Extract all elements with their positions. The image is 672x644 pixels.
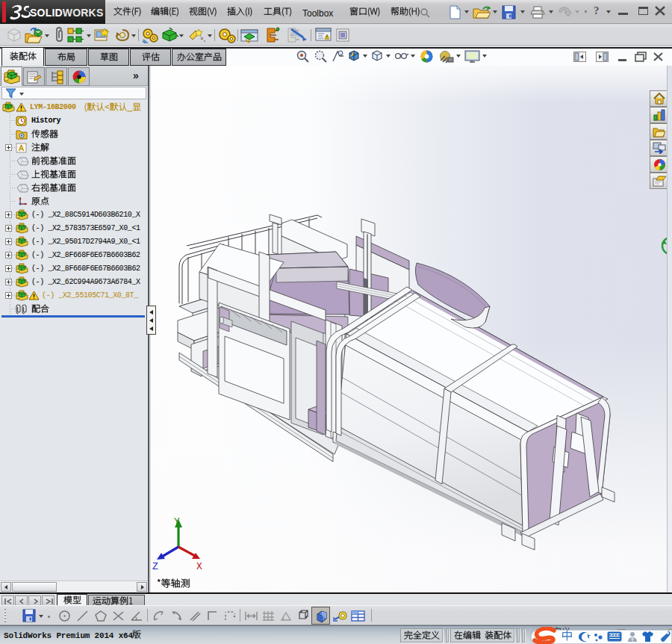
svg-text:Z: Z xyxy=(152,561,158,572)
svg-text:Y: Y xyxy=(174,516,180,527)
svg-text:X: X xyxy=(196,561,202,572)
